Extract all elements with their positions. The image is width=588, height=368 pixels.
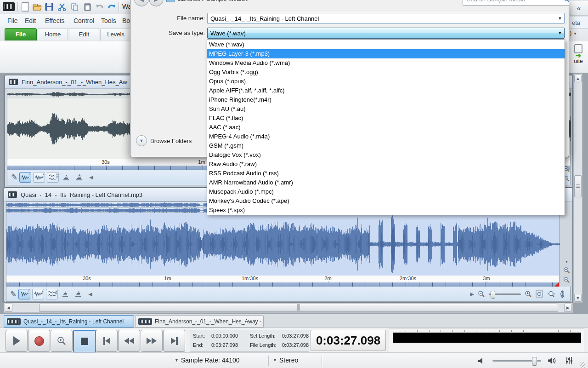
- scroll-left-button[interactable]: ◀: [5, 304, 12, 312]
- format-option[interactable]: FLAC (*.flac): [207, 114, 565, 123]
- vertical-scroll-thumb[interactable]: ≡: [574, 175, 582, 197]
- format-option[interactable]: GSM (*.gsm): [207, 141, 565, 150]
- format-option[interactable]: RSS Podcast Audio (*.rss): [207, 169, 565, 178]
- tab-quasi-its-raining[interactable]: Quasi_-_14_-_Its_Raining - Left Channel: [4, 315, 134, 328]
- view-level-1-button[interactable]: [60, 289, 71, 299]
- view-left-right-button[interactable]: LR: [33, 172, 45, 183]
- scroll-down-icon[interactable]: ▼: [565, 260, 569, 264]
- save-as-type-dropdown-icon[interactable]: ▼: [556, 31, 564, 35]
- format-option[interactable]: Windows Media Audio (*.wma): [207, 58, 565, 68]
- format-option[interactable]: Speex (*.spx): [207, 206, 565, 215]
- sample-rate-dropdown-icon[interactable]: ▼: [175, 358, 179, 362]
- scroll-left-icon[interactable]: ◀: [89, 174, 93, 180]
- zoom-vertical-icon[interactable]: [559, 290, 565, 298]
- fast-forward-button[interactable]: [141, 330, 163, 352]
- nav-back-button[interactable]: ◀: [134, 0, 149, 6]
- save-as-type-combobox[interactable]: Wave (*.wav) ▼: [207, 28, 565, 39]
- channels-value[interactable]: Stereo: [279, 356, 298, 364]
- format-option[interactable]: Wave (*.wav): [207, 40, 565, 49]
- rewind-button[interactable]: [118, 330, 140, 352]
- file-name-input[interactable]: Quasi_-_14_-_Its_Raining - Left Channel …: [207, 13, 565, 24]
- volume-slider-thumb[interactable]: [532, 357, 537, 366]
- redo-button[interactable]: [107, 2, 117, 12]
- view-left-right-button[interactable]: LR: [32, 289, 44, 299]
- nav-forward-button[interactable]: ▶: [149, 0, 164, 6]
- format-option[interactable]: Musepack Audio (*.mpc): [207, 187, 565, 196]
- view-dual-channel-button[interactable]: LR: [47, 172, 59, 183]
- ribbon-tab-file[interactable]: File: [5, 28, 37, 40]
- zoom-out-icon[interactable]: [478, 290, 485, 298]
- paste-button[interactable]: [83, 2, 93, 12]
- format-option[interactable]: AAC (*.aac): [207, 123, 565, 132]
- view-level-1-button[interactable]: [61, 172, 72, 182]
- zoom-in-icon[interactable]: [525, 290, 532, 298]
- edit-pencil-icon[interactable]: ✎: [11, 172, 17, 182]
- scroll-right-icon[interactable]: ▶: [470, 291, 474, 297]
- collapse-ribbon-button[interactable]: «: [569, 0, 588, 16]
- menu-edit[interactable]: Edit: [23, 16, 38, 25]
- ribbon-tab-home[interactable]: Home: [38, 28, 68, 40]
- go-to-end-button[interactable]: [163, 330, 185, 352]
- mixer-icon[interactable]: [565, 356, 573, 365]
- view-waveform-button[interactable]: +−: [18, 289, 30, 299]
- ribbon-tab-levels[interactable]: Levels: [100, 28, 131, 40]
- zoom-slider[interactable]: [489, 293, 521, 295]
- tab-finn-anderson[interactable]: Finn_Anderson_-_01_-_When_Hes_Away - Ri: [135, 315, 264, 328]
- menu-control[interactable]: Control: [72, 16, 96, 25]
- menu-tools[interactable]: Tools: [99, 16, 118, 25]
- menu-effects[interactable]: Effects: [43, 16, 67, 25]
- undo-button[interactable]: [95, 2, 105, 12]
- view-level-2-button[interactable]: [74, 172, 85, 182]
- scroll-right-button[interactable]: ▶: [564, 304, 572, 312]
- format-option[interactable]: MPEG-4 Audio (*.m4a): [207, 132, 565, 141]
- scroll-up-button[interactable]: ▲: [574, 75, 582, 82]
- workspace-vertical-scrollbar[interactable]: ▲ ≡ ▼: [573, 74, 582, 303]
- resize-grip[interactable]: [580, 362, 585, 368]
- channels-dropdown-icon[interactable]: ▼: [273, 358, 277, 362]
- format-option[interactable]: Ogg Vorbis (*.ogg): [207, 68, 565, 77]
- menu-file[interactable]: File: [6, 16, 20, 25]
- cut-button[interactable]: [57, 2, 67, 12]
- format-option[interactable]: Monkey's Audio Codec (*.ape): [207, 196, 565, 206]
- browse-folders-button[interactable]: ▼ Browse Folders: [136, 135, 192, 146]
- window2-time-ruler[interactable]: 30s1m1m:30s2m2m:30s3m: [6, 276, 560, 287]
- format-option[interactable]: Apple AIFF(*.aif, *.aiff, *.aifc): [207, 86, 565, 95]
- zoom-in-icon[interactable]: [563, 267, 570, 274]
- play-button[interactable]: [6, 330, 28, 352]
- zoom-selection-icon[interactable]: [536, 290, 543, 298]
- format-option[interactable]: AMR Narrowband Audio (*.amr): [207, 178, 565, 187]
- format-option[interactable]: Raw Audio (*.raw): [207, 160, 565, 169]
- go-to-start-button[interactable]: [96, 330, 118, 352]
- zoom-out-icon[interactable]: [563, 276, 570, 283]
- search-icon[interactable]: [563, 0, 569, 2]
- save-button[interactable]: [44, 2, 54, 12]
- view-level-2-button[interactable]: [73, 289, 84, 299]
- record-button[interactable]: [28, 330, 50, 352]
- format-option[interactable]: Sun AU (*.au): [207, 104, 565, 114]
- zoom-slider-thumb[interactable]: [491, 291, 495, 299]
- new-file-button[interactable]: [20, 2, 30, 12]
- horizontal-scroll-thumb[interactable]: ⫼: [39, 304, 558, 312]
- window2-waveform[interactable]: [6, 213, 560, 276]
- open-file-button[interactable]: [32, 2, 42, 12]
- scroll-down-button[interactable]: ▼: [574, 294, 582, 302]
- format-option[interactable]: Dialogic Vox (*.vox): [207, 150, 565, 160]
- search-box[interactable]: Search Sample Media: [463, 0, 569, 6]
- format-option[interactable]: Opus (*.opus): [207, 77, 565, 86]
- volume-min-icon[interactable]: [478, 358, 484, 364]
- file-name-dropdown-icon[interactable]: ▼: [556, 16, 564, 21]
- view-waveform-button[interactable]: +−: [19, 172, 31, 183]
- sample-rate-value[interactable]: Sample Rate: 44100: [181, 356, 240, 364]
- suite-button-fragment[interactable]: ➜ uite: [569, 42, 588, 71]
- zoom-full-icon[interactable]: [547, 290, 555, 298]
- edit-pencil-icon[interactable]: ✎: [10, 289, 17, 299]
- scroll-left-icon[interactable]: ◀: [88, 291, 92, 297]
- volume-max-icon[interactable]: [548, 357, 557, 364]
- format-option[interactable]: iPhone Ringtone(*.m4r): [207, 95, 565, 104]
- address-breadcrumb[interactable]: Libraries ▸ Sample Media ▸: [166, 0, 249, 5]
- window2-waveform-area[interactable]: [6, 213, 560, 276]
- workspace-horizontal-scrollbar[interactable]: ◀ ⫼ ▶: [4, 303, 573, 313]
- stop-button[interactable]: [73, 330, 96, 353]
- view-dual-channel-button[interactable]: LR: [46, 289, 58, 299]
- ribbon-tab-edit[interactable]: Edit: [69, 28, 99, 40]
